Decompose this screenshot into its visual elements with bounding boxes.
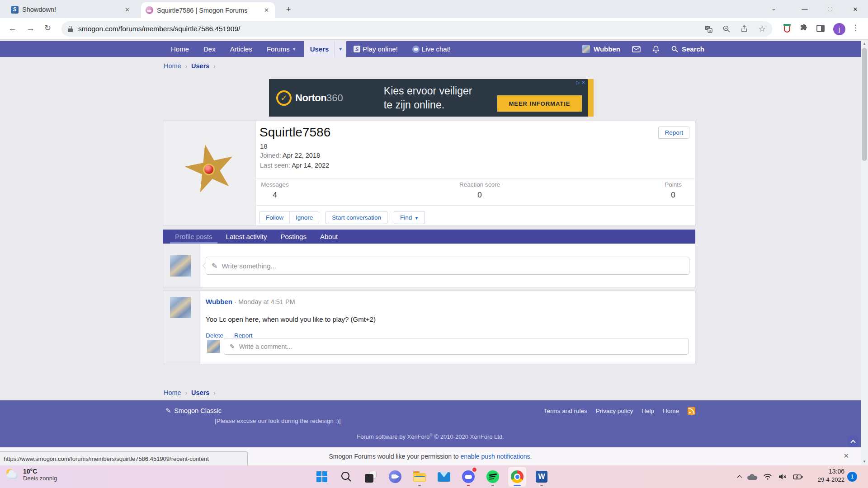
address-bar[interactable]: Ga ☆ [61,21,772,37]
notification-count-badge[interactable]: 1 [847,472,857,482]
bookmark-star-icon[interactable]: ☆ [759,24,766,34]
nav-play-online[interactable]: SPlay online! [346,41,405,57]
ad-cta-button[interactable]: MEER INFORMATIE [497,95,582,112]
onedrive-cloud-icon[interactable] [747,474,757,480]
task-view-button[interactable] [362,467,380,487]
report-button[interactable]: Report [658,127,689,139]
tab-profile-posts[interactable]: Profile posts [168,230,219,244]
breadcrumb-users[interactable]: Users [191,62,209,70]
spotify-button[interactable] [484,467,502,487]
scrollbar[interactable]: ▲ ▼ [861,40,868,465]
ad-banner[interactable]: ✓ Norton360 Kies ervoor veiliger te zijn… [269,79,594,117]
adchoices-icon[interactable]: ▷ [576,80,580,85]
scrollbar-thumb[interactable] [862,48,867,161]
back-to-top-button[interactable] [848,436,859,447]
window-close-button[interactable]: ✕ [843,0,868,18]
back-button[interactable]: ← [8,23,17,33]
scroll-down-arrow[interactable]: ▼ [861,460,868,464]
avatar[interactable] [170,297,191,318]
teams-chat-button[interactable] [386,467,404,487]
breadcrumb-home[interactable]: Home [164,389,181,396]
running-indicator [418,485,421,486]
avatar[interactable] [170,255,191,277]
privacy-link[interactable]: Privacy policy [596,408,633,414]
tab-close-icon[interactable]: ✕ [263,7,270,14]
notification-close-icon[interactable]: ✕ [843,452,849,460]
find-button[interactable]: Find▼ [394,211,425,224]
side-panel-icon[interactable] [816,25,825,32]
nav-articles[interactable]: Articles [223,41,259,57]
window-minimize-button[interactable]: — [792,0,817,18]
window-maximize-button[interactable] [817,0,843,18]
scroll-up-arrow[interactable]: ▲ [861,42,868,46]
ignore-button[interactable]: Ignore [289,211,319,224]
word-button[interactable]: W [533,467,551,487]
volume-muted-icon[interactable] [778,473,787,480]
nav-home[interactable]: Home [164,41,196,57]
write-something-field[interactable] [222,262,689,270]
clock-date: 29-4-2022 [809,476,844,483]
partly-cloudy-icon [5,468,19,482]
breadcrumb-home[interactable]: Home [164,62,181,70]
tab-close-icon[interactable]: ✕ [123,6,131,13]
tray-chevron-up-icon[interactable] [737,475,742,480]
translate-icon[interactable]: Ga [705,25,712,33]
browser-tab-smogon[interactable]: Squirtle7586 | Smogon Forums ✕ [141,2,275,18]
browser-tab-showdown[interactable]: S Showdown! ✕ [6,3,136,16]
start-conversation-button[interactable]: Start conversation [326,211,387,224]
help-link[interactable]: Help [642,408,654,414]
nav-live-chat[interactable]: Live chat! [405,41,458,57]
rss-icon[interactable] [688,407,695,415]
inbox-envelope-icon[interactable] [632,46,641,52]
taskbar-search-button[interactable] [337,467,355,487]
footer-style-chooser[interactable]: ✎ Smogon Classic [165,407,222,414]
home-link[interactable]: Home [663,408,679,414]
browser-menu-icon[interactable]: ⋮ [852,23,859,33]
ad-choices[interactable]: ▷ ✕ [576,80,585,85]
file-explorer-button[interactable] [410,467,429,487]
tab-about[interactable]: About [313,230,344,244]
nav-users[interactable]: Users ▼ [304,41,347,57]
browser-profile-avatar[interactable]: j [833,23,845,35]
post-timestamp[interactable]: · Monday at 4:51 PM [234,298,295,305]
tab-postings[interactable]: Postings [274,230,313,244]
wifi-icon[interactable] [763,473,772,480]
reload-button[interactable]: ↻ [44,23,51,33]
delete-link[interactable]: Delete [206,332,223,339]
system-tray [738,465,803,488]
staryu-gem [203,164,215,175]
breadcrumb-users[interactable]: Users [191,389,209,396]
tab-latest-activity[interactable]: Latest activity [219,230,274,244]
write-something-input[interactable]: ✎ [206,257,689,275]
extensions-puzzle-icon[interactable] [799,24,808,33]
nav-account[interactable]: Wubben [582,45,620,53]
enable-push-notifications-link[interactable]: enable push notifications [461,453,530,460]
battery-charging-icon[interactable] [793,474,803,480]
chrome-button[interactable] [508,467,526,487]
start-button[interactable] [313,467,331,487]
weather-widget[interactable]: 10°C Deels zonnig [5,468,57,482]
new-tab-button[interactable]: + [283,4,294,15]
nav-dex[interactable]: Dex [196,41,223,57]
url-input[interactable] [78,25,695,33]
post-author-link[interactable]: Wubben [206,298,232,305]
adblock-extension-icon[interactable] [783,24,791,33]
write-comment-input[interactable]: ✎ [224,338,689,355]
forward-button[interactable]: → [26,23,35,33]
discord-button[interactable] [459,467,477,487]
mail-button[interactable] [435,467,453,487]
browser-toolbar: ← → ↻ Ga ☆ j ⋮ [0,18,868,40]
nav-search[interactable]: Search [671,45,704,53]
zoom-out-icon[interactable] [722,25,731,33]
tab-search-chevron-icon[interactable]: ⌄ [771,5,776,12]
taskbar-clock[interactable]: 13:06 29-4-2022 [809,468,844,483]
follow-button[interactable]: Follow [260,211,289,224]
tab-title: Showdown! [22,6,120,13]
alerts-bell-icon[interactable] [652,45,660,53]
chevron-down-icon[interactable]: ▼ [334,41,346,57]
share-icon[interactable] [741,25,749,33]
ad-close-icon[interactable]: ✕ [582,80,585,85]
terms-link[interactable]: Terms and rules [544,408,587,414]
nav-forums[interactable]: Forums▼ [259,41,304,57]
write-comment-field[interactable] [239,343,688,350]
